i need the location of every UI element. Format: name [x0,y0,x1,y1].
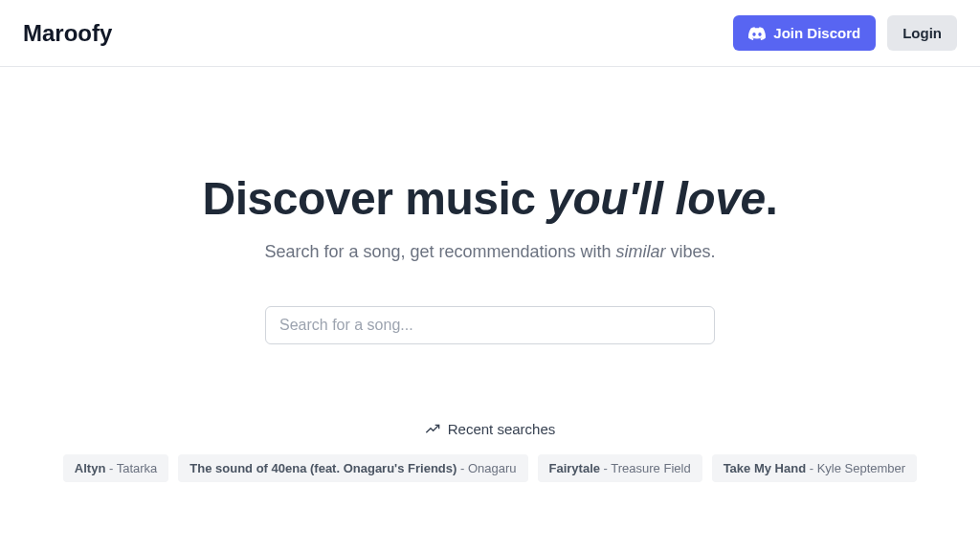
trending-up-icon [425,422,440,437]
chip-song: The sound of 40ena (feat. Onagaru's Frie… [189,461,457,475]
recent-searches-header: Recent searches [0,421,980,437]
discord-icon [748,27,766,40]
chip-artist: Treasure Field [611,461,690,475]
join-discord-button[interactable]: Join Discord [733,15,876,51]
hero-title-part2: . [766,173,778,224]
recent-search-chip[interactable]: Take My Hand - Kyle September [712,454,918,482]
search-input[interactable] [265,306,715,344]
recent-search-chip[interactable]: Fairytale - Treasure Field [538,454,702,482]
chip-song: Take My Hand [724,461,806,475]
chip-sep: - [105,461,116,475]
hero-title-italic: you'll love [547,173,765,224]
login-button[interactable]: Login [887,15,957,51]
subtitle-part2: vibes. [666,242,716,261]
subtitle-part1: Search for a song, get recommendations w… [264,242,615,261]
join-discord-label: Join Discord [773,25,860,41]
recent-search-chip[interactable]: The sound of 40ena (feat. Onagaru's Frie… [178,454,527,482]
search-container [0,306,980,344]
recent-search-chip[interactable]: Altyn - Tatarka [63,454,168,482]
chip-artist: Tatarka [117,461,158,475]
chip-song: Altyn [75,461,106,475]
hero-title: Discover music you'll love. [0,172,980,225]
chip-song: Fairytale [549,461,600,475]
chip-artist: Kyle September [817,461,906,475]
header: Maroofy Join Discord Login [0,0,980,67]
recent-searches-list: Altyn - Tatarka The sound of 40ena (feat… [0,454,980,482]
header-actions: Join Discord Login [733,15,957,51]
recent-searches-label: Recent searches [448,421,556,437]
chip-sep: - [806,461,817,475]
logo[interactable]: Maroofy [23,20,112,47]
main-content: Discover music you'll love. Search for a… [0,67,980,551]
chip-sep: - [457,461,468,475]
chip-sep: - [600,461,611,475]
chip-artist: Onagaru [468,461,517,475]
hero-subtitle: Search for a song, get recommendations w… [0,242,980,262]
hero-title-part1: Discover music [203,173,548,224]
subtitle-italic: similar [616,242,666,261]
